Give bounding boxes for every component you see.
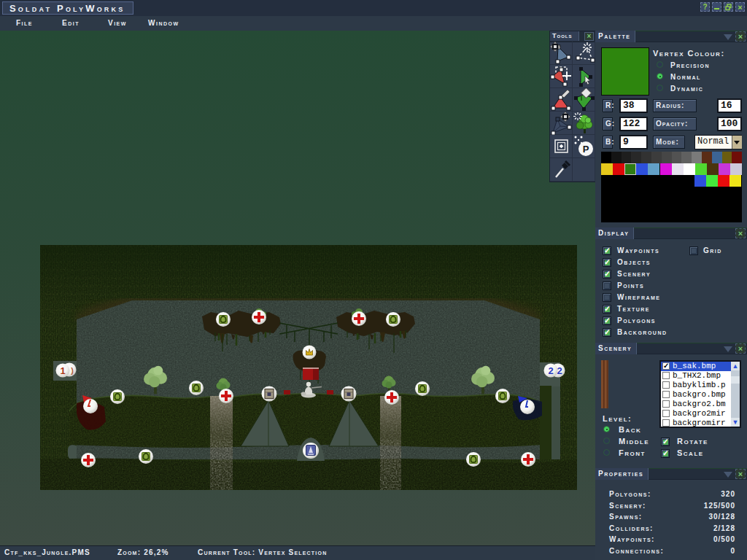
svg-text:P: P xyxy=(583,144,589,155)
svg-text:1: 1 xyxy=(60,365,65,376)
svg-text:2: 2 xyxy=(548,365,553,376)
svg-text:): ) xyxy=(71,366,74,375)
